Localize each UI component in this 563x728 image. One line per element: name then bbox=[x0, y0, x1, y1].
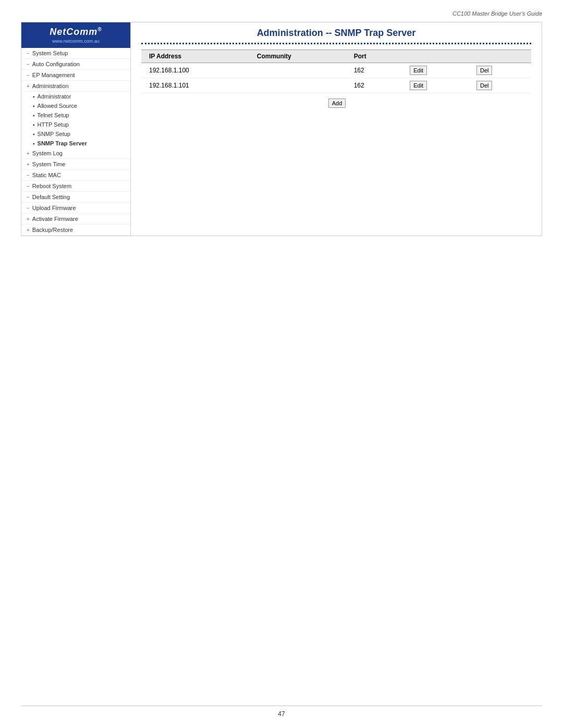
collapse-icon-auto-config: − bbox=[27, 61, 30, 67]
sidebar-sublabel-snmp-setup: SNMP Setup bbox=[38, 131, 70, 137]
expand-icon-activate-firmware: + bbox=[27, 216, 30, 222]
snmp-trap-table: IP Address Community Port 192.168.1.1001… bbox=[141, 50, 531, 93]
sidebar-subitem-snmp-setup[interactable]: ▪ SNMP Setup bbox=[21, 129, 130, 139]
main-content: Administration -- SNMP Trap Server IP Ad… bbox=[131, 22, 542, 236]
collapse-icon-system-setup: − bbox=[27, 51, 30, 56]
cell-edit-1: Edit bbox=[400, 78, 467, 93]
cell-community-0 bbox=[249, 63, 346, 78]
del-button-0[interactable]: Del bbox=[476, 66, 493, 75]
expand-icon-system-time: + bbox=[27, 162, 30, 167]
sidebar-subitem-http-setup[interactable]: ▪ HTTP Setup bbox=[21, 120, 130, 129]
sidebar-item-static-mac[interactable]: − Static MAC bbox=[21, 170, 130, 181]
bullet-http-setup: ▪ bbox=[33, 122, 35, 128]
sidebar-label-auto-config: Auto Configuration bbox=[32, 61, 80, 67]
logo-subtitle: www.netcomm.com.au bbox=[52, 39, 100, 44]
sidebar-label-reboot-system: Reboot System bbox=[32, 183, 71, 189]
add-button-row: Add bbox=[141, 93, 531, 113]
sidebar-sublabel-telnet-setup: Telnet Setup bbox=[38, 112, 69, 118]
sidebar-sublabel-http-setup: HTTP Setup bbox=[38, 121, 69, 128]
sidebar-item-ep-management[interactable]: − EP Management bbox=[21, 70, 130, 81]
sidebar-sublabel-administrator: Administrator bbox=[38, 93, 71, 100]
logo-net: Net bbox=[50, 27, 66, 37]
edit-button-0[interactable]: Edit bbox=[410, 66, 427, 75]
cell-del-0: Del bbox=[467, 63, 531, 78]
del-button-1[interactable]: Del bbox=[476, 81, 493, 90]
sidebar-item-system-log[interactable]: + System Log bbox=[21, 148, 130, 159]
sidebar-item-backup-restore[interactable]: + Backup/Restore bbox=[21, 225, 130, 236]
sidebar-item-reboot-system[interactable]: − Reboot System bbox=[21, 181, 130, 192]
sidebar-label-activate-firmware: Activate Firmware bbox=[32, 216, 78, 222]
sidebar-label-system-setup: System Setup bbox=[32, 50, 68, 56]
logo-area: NetComm® www.netcomm.com.au bbox=[21, 22, 130, 48]
sidebar-item-administration[interactable]: + Administration bbox=[21, 81, 130, 92]
sidebar-label-upload-firmware: Upload Firmware bbox=[32, 205, 76, 211]
table-row: 192.168.1.101162EditDel bbox=[141, 78, 531, 93]
cell-ip-0: 192.168.1.100 bbox=[141, 63, 249, 78]
cell-edit-0: Edit bbox=[400, 63, 467, 78]
bullet-telnet-setup: ▪ bbox=[33, 113, 35, 118]
sidebar-item-auto-config[interactable]: − Auto Configuration bbox=[21, 59, 130, 70]
col-header-port: Port bbox=[346, 50, 401, 63]
sidebar-sublabel-snmp-trap-server: SNMP Trap Server bbox=[38, 140, 87, 146]
sidebar-sublabel-allowed-source: Allowed Source bbox=[38, 103, 77, 109]
bullet-administrator: ▪ bbox=[33, 94, 35, 100]
sidebar-label-backup-restore: Backup/Restore bbox=[32, 227, 73, 233]
table-row: 192.168.1.100162EditDel bbox=[141, 63, 531, 78]
cell-ip-1: 192.168.1.101 bbox=[141, 78, 249, 93]
collapse-icon-upload-firmware: − bbox=[27, 205, 30, 211]
collapse-icon-reboot-system: − bbox=[27, 183, 30, 189]
cell-community-1 bbox=[249, 78, 346, 93]
page-footer: 47 bbox=[21, 706, 542, 718]
col-header-community: Community bbox=[249, 50, 346, 63]
sidebar-label-default-setting: Default Setting bbox=[32, 194, 70, 200]
bullet-allowed-source: ▪ bbox=[33, 103, 35, 109]
sidebar-item-activate-firmware[interactable]: + Activate Firmware bbox=[21, 214, 130, 225]
sidebar-label-ep-management: EP Management bbox=[32, 72, 75, 78]
cell-port-0: 162 bbox=[346, 63, 401, 78]
logo-comm: Comm bbox=[66, 27, 97, 37]
sidebar-item-system-time[interactable]: + System Time bbox=[21, 159, 130, 170]
sidebar-subitem-telnet-setup[interactable]: ▪ Telnet Setup bbox=[21, 110, 130, 120]
sidebar-item-system-setup[interactable]: − System Setup bbox=[21, 48, 130, 59]
sidebar-subitem-snmp-trap-server[interactable]: ▪ SNMP Trap Server bbox=[21, 139, 130, 148]
sidebar-scroll: − System Setup − Auto Configuration − EP… bbox=[21, 48, 130, 236]
bullet-snmp-trap-server: ▪ bbox=[33, 141, 35, 146]
sidebar-label-system-time: System Time bbox=[32, 161, 66, 167]
sidebar-label-system-log: System Log bbox=[32, 150, 63, 156]
expand-icon-system-log: + bbox=[27, 151, 30, 156]
sidebar-item-default-setting[interactable]: − Default Setting bbox=[21, 192, 130, 203]
sidebar-label-administration: Administration bbox=[32, 83, 69, 89]
sidebar-item-upload-firmware[interactable]: − Upload Firmware bbox=[21, 203, 130, 214]
sidebar-subitem-allowed-source[interactable]: ▪ Allowed Source bbox=[21, 101, 130, 110]
cell-port-1: 162 bbox=[346, 78, 401, 93]
table-header-row: IP Address Community Port bbox=[141, 50, 531, 63]
edit-button-1[interactable]: Edit bbox=[410, 81, 427, 90]
sidebar-subitem-administrator[interactable]: ▪ Administrator bbox=[21, 92, 130, 101]
cell-del-1: Del bbox=[467, 78, 531, 93]
expand-icon-administration: + bbox=[27, 83, 30, 89]
page-container: CC100 Master Bridge User's Guide NetComm… bbox=[0, 0, 563, 728]
sidebar-label-static-mac: Static MAC bbox=[32, 172, 61, 178]
col-header-edit bbox=[400, 50, 467, 63]
collapse-icon-static-mac: − bbox=[27, 172, 30, 178]
main-layout: NetComm® www.netcomm.com.au − System Set… bbox=[21, 22, 542, 236]
sidebar: NetComm® www.netcomm.com.au − System Set… bbox=[21, 22, 131, 236]
col-header-del bbox=[467, 50, 531, 63]
collapse-icon-ep-management: − bbox=[27, 72, 30, 78]
doc-title: CC100 Master Bridge User's Guide bbox=[21, 10, 542, 17]
bullet-snmp-setup: ▪ bbox=[33, 131, 35, 137]
expand-icon-backup-restore: + bbox=[27, 227, 30, 233]
add-button[interactable]: Add bbox=[328, 98, 346, 108]
page-number: 47 bbox=[278, 710, 285, 718]
col-header-ip: IP Address bbox=[141, 50, 249, 63]
logo: NetComm® bbox=[50, 27, 102, 38]
collapse-icon-default-setting: − bbox=[27, 194, 30, 200]
page-title: Administration -- SNMP Trap Server bbox=[141, 28, 531, 44]
